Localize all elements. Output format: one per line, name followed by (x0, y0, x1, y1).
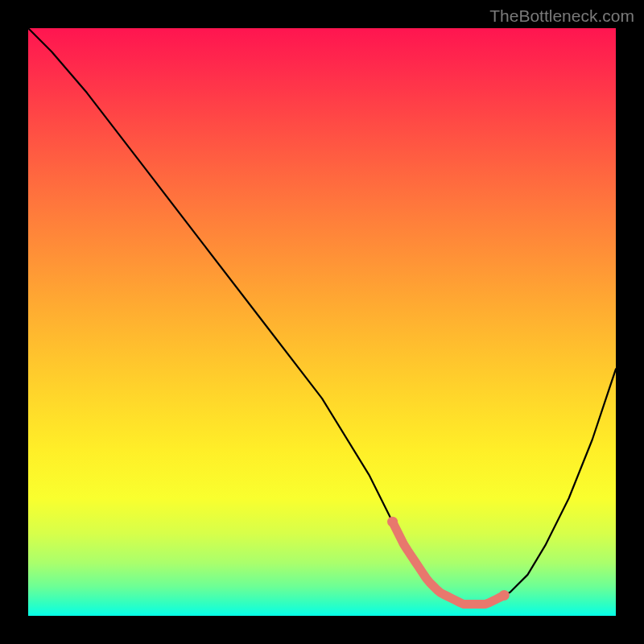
bottleneck-curve-line (28, 28, 616, 604)
watermark-text: TheBottleneck.com (489, 6, 634, 26)
optimal-zone-highlight (393, 522, 505, 604)
optimal-zone-endpoint (499, 590, 510, 601)
chart-plot-area (28, 28, 616, 616)
optimal-zone-dots (387, 517, 510, 601)
bottleneck-curve-svg (28, 28, 616, 616)
optimal-zone-endpoint (387, 517, 398, 527)
